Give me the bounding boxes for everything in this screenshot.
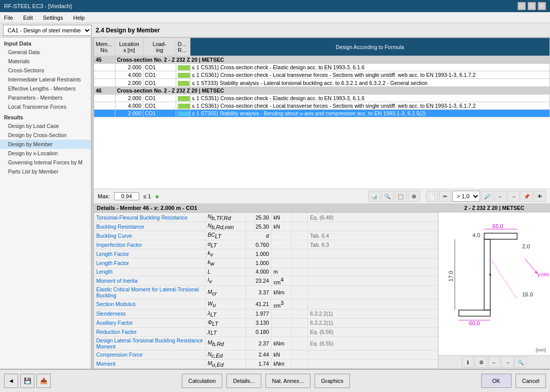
col-header-ratio: DesignRatio — [176, 38, 190, 56]
sidebar-item-intermediate-lateral[interactable]: Intermediate Lateral Restraints — [0, 75, 91, 84]
sidebar-item-design-member[interactable]: Design by Member — [0, 140, 91, 149]
detail-label: Moment — [94, 359, 206, 368]
detail-value: d — [246, 231, 271, 240]
graphic-info-btn[interactable]: ℹ — [462, 357, 474, 368]
menu-file[interactable]: File — [2, 14, 15, 21]
case-dropdown[interactable]: CA1 - Design of steel members — [3, 25, 92, 36]
cross-section-svg: 65.0 4.0 2.0 y,res — [444, 212, 545, 355]
cell-member — [94, 64, 115, 71]
sidebar-item-materials[interactable]: Materials — [0, 57, 91, 66]
cell-formula: ≤ 1 CS361) Cross-section check - Local t… — [190, 102, 550, 109]
sidebar-item-design-load-case[interactable]: Design by Load Case — [0, 121, 91, 130]
nav-export-button[interactable]: 📤 — [36, 374, 51, 388]
detail-eq: Tab. 6.3 — [308, 240, 438, 249]
table-row[interactable]: 2.000 CO1 0.26 ≤ 1 CS351) Cross-section … — [94, 94, 550, 102]
details-header: Details - Member 46 - x: 2.000 m - CO1 — [94, 204, 438, 212]
svg-rect-0 — [484, 233, 517, 239]
max-value-input[interactable] — [114, 192, 139, 200]
maximize-button[interactable]: □ — [528, 2, 536, 10]
toolbar-btn-2[interactable]: 🔍 — [381, 191, 394, 202]
cell-ratio: 0.20 — [176, 71, 190, 79]
svg-text:2.0: 2.0 — [522, 243, 530, 249]
graphic-panel: 2 - Z 232 Z 20 | METSEC — [439, 204, 550, 369]
detail-ref — [292, 268, 308, 276]
minimize-button[interactable]: ─ — [518, 2, 526, 10]
detail-value: 0.760 — [246, 240, 271, 249]
sidebar-item-effective-lengths[interactable]: Effective Lengths - Members — [0, 84, 91, 93]
detail-row: Design Lateral-Torsional Buckling Resist… — [94, 336, 438, 350]
detail-value: 3.37 — [246, 286, 271, 299]
detail-eq — [308, 249, 438, 258]
main-content: MemberNo. Locationx [m] Load-ing DesignR… — [94, 37, 550, 369]
detail-eq — [308, 350, 438, 359]
col-header-formula: Design According to Formula — [190, 38, 550, 56]
detail-value: 1.74 — [246, 359, 271, 368]
toolbar-btn-10[interactable]: 📌 — [521, 191, 533, 202]
menu-bar: File Edit Settings Help — [0, 12, 550, 23]
toolbar-btn-4[interactable]: ⚙ — [408, 191, 420, 202]
detail-value: 1.000 — [246, 249, 271, 258]
cell-loading: CO1 — [143, 79, 176, 86]
svg-text:4.0: 4.0 — [473, 232, 480, 238]
nav-save-button[interactable]: 💾 — [20, 374, 34, 388]
sidebar-item-cross-sections[interactable]: Cross-Sections — [0, 66, 91, 75]
detail-unit — [271, 258, 292, 268]
sidebar-item-design-cross-section[interactable]: Design by Cross-Section — [0, 130, 91, 140]
graphics-button[interactable]: Graphics — [315, 374, 350, 388]
sidebar-item-parts-list[interactable]: Parts List by Member — [0, 167, 91, 176]
menu-settings[interactable]: Settings — [41, 14, 65, 21]
cell-loading: CO1 — [143, 71, 176, 79]
menu-edit[interactable]: Edit — [21, 14, 35, 21]
toolbar-btn-9[interactable]: → — [507, 191, 520, 202]
toolbar-btn-11[interactable]: 👁 — [534, 191, 546, 202]
detail-label: Length Factor — [94, 258, 206, 268]
sidebar-item-parameters[interactable]: Parameters - Members — [0, 93, 91, 102]
table-row[interactable]: 2.000 CO1 0.21 ≤ 1 CS351) Cross-section … — [94, 64, 550, 71]
cell-location: 4.000 — [115, 102, 143, 109]
detail-row: Length Factor kw 1.000 — [94, 258, 438, 268]
detail-symbol: Mu,Ed — [206, 359, 246, 368]
sidebar-item-governing-internal[interactable]: Governing Internal Forces by M — [0, 158, 91, 167]
details-left-panel: Details - Member 46 - x: 2.000 m - CO1 T… — [94, 204, 439, 369]
graphic-forward-btn[interactable]: → — [501, 357, 514, 368]
table-row-selected[interactable]: 2.000 CO1 0.94 ≤ 1 ST355) Stability anal… — [94, 110, 550, 117]
detail-label: Auxiliary Factor — [94, 318, 206, 327]
graphic-zoom-btn[interactable]: 🔍 — [515, 357, 527, 368]
ok-button[interactable]: OK — [481, 374, 512, 388]
col-header-loading: Load-ing — [143, 38, 176, 56]
mm-label: [mm] — [536, 347, 546, 353]
detail-eq — [308, 276, 438, 286]
cancel-button[interactable]: Cancel — [516, 374, 546, 388]
col-header-member: MemberNo. — [94, 38, 115, 56]
menu-help[interactable]: Help — [71, 14, 87, 21]
toolbar-btn-3[interactable]: 📋 — [395, 191, 407, 202]
table-row[interactable]: 2.000 CO1 0.19 ≤ 1 ST333) Stability anal… — [94, 79, 550, 86]
sidebar-item-local-transverse[interactable]: Local Transverse Forces — [0, 102, 91, 111]
sidebar-item-general-data[interactable]: General Data — [0, 48, 91, 57]
toolbar-btn-5[interactable]: 📄 — [426, 191, 438, 202]
nav-back-button[interactable]: ◄ — [4, 374, 18, 388]
details-table: Torsional-Flexural Buckling Resistance N… — [94, 212, 438, 369]
graphic-settings-btn[interactable]: ⚙ — [475, 357, 487, 368]
detail-symbol: BCLT — [206, 231, 246, 240]
toolbar-btn-1[interactable]: 📊 — [368, 191, 380, 202]
toolbar-btn-8[interactable]: ← — [494, 191, 506, 202]
table-row[interactable]: 4.000 CO1 0.20 ≤ 1 CS361) Cross-section … — [94, 71, 550, 79]
toolbar-btn-6[interactable]: ✏ — [439, 191, 451, 202]
cell-formula: ≤ 1 ST355) Stability analysis - Bending … — [190, 110, 550, 117]
toolbar-btn-7[interactable]: 🔎 — [481, 191, 493, 202]
detail-symbol: χLT — [206, 327, 246, 336]
sidebar-item-design-x-location[interactable]: Design by x-Location — [0, 149, 91, 158]
detail-ref — [292, 276, 308, 286]
details-button[interactable]: Details... — [226, 374, 261, 388]
nat-annex-button[interactable]: Nat. Annex... — [265, 374, 310, 388]
filter-dropdown[interactable]: > 1,0 — [452, 191, 480, 202]
graphic-back-btn[interactable]: ← — [488, 357, 500, 368]
svg-text:17.0: 17.0 — [448, 271, 454, 281]
calculation-button[interactable]: Calculation — [182, 374, 222, 388]
cell-loading: CO1 — [143, 110, 176, 117]
detail-label: Elastic Critical Moment for Lateral-Tors… — [94, 286, 206, 299]
svg-rect-2 — [459, 310, 490, 316]
close-button[interactable]: ✕ — [538, 2, 546, 10]
table-row[interactable]: 4.000 CO1 0.78 ≤ 1 CS361) Cross-section … — [94, 102, 550, 109]
